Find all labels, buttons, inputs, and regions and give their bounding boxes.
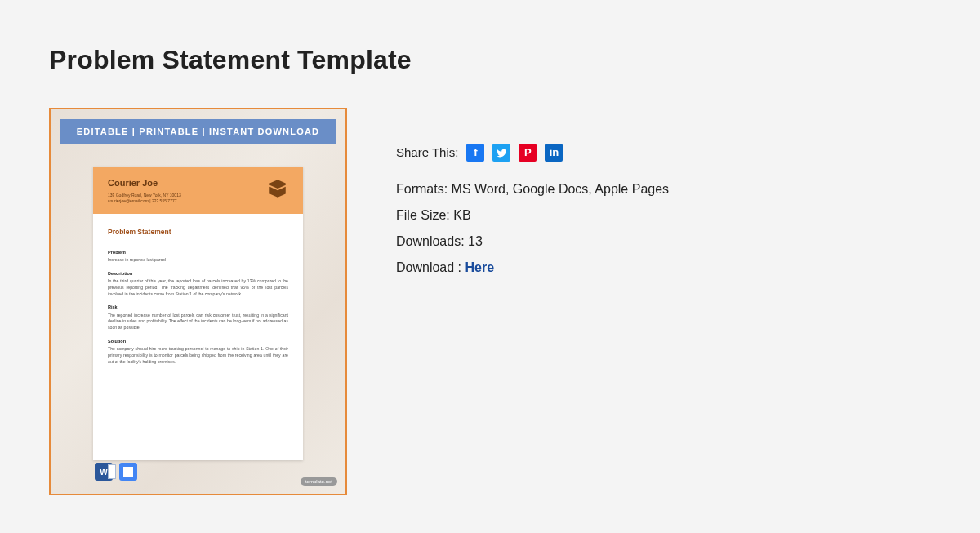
- section-problem-text: Increase in reported lost parcel: [108, 257, 288, 264]
- twitter-icon[interactable]: [492, 144, 510, 162]
- downloads-label: Downloads:: [396, 234, 468, 248]
- section-risk-text: The reported increase number of lost par…: [108, 313, 288, 331]
- filesize-label: File Size:: [396, 208, 453, 222]
- section-problem-label: Problem: [108, 249, 288, 255]
- downloads-value: 13: [468, 234, 483, 248]
- ps-title: Problem Statement: [108, 227, 288, 238]
- download-label: Download :: [396, 260, 466, 274]
- share-row: Share This: f P in: [396, 140, 674, 165]
- facebook-icon[interactable]: f: [466, 144, 484, 162]
- ms-word-icon: W: [95, 463, 113, 481]
- section-solution-text: The company should hire more tracking pe…: [108, 346, 288, 365]
- formats-label: Formats:: [396, 182, 452, 196]
- google-docs-icon: [119, 463, 137, 481]
- formats-value: MS Word, Google Docs, Apple Pages: [452, 182, 670, 196]
- preview-banner: EDITABLE | PRINTABLE | INSTANT DOWNLOAD: [60, 119, 336, 144]
- share-label: Share This:: [396, 140, 458, 165]
- section-description-text: In the third quarter of this year, the r…: [108, 278, 288, 297]
- brand-address: 139 Godfrey Road, New York, NY 10013 cou…: [108, 193, 288, 204]
- sheet-body: Problem Statement Problem Increase in re…: [93, 214, 303, 374]
- meta-filesize: File Size: KB: [396, 202, 674, 229]
- meta-downloads: Downloads: 13: [396, 229, 674, 255]
- template-preview-card[interactable]: EDITABLE | PRINTABLE | INSTANT DOWNLOAD …: [49, 108, 347, 495]
- meta-formats: Formats: MS Word, Google Docs, Apple Pag…: [396, 176, 674, 202]
- meta-download-link-row: Download : Here: [396, 255, 674, 281]
- linkedin-icon[interactable]: in: [545, 144, 563, 162]
- brand-address-line1: 139 Godfrey Road, New York, NY 10013: [108, 193, 288, 198]
- app-format-icons: W: [95, 463, 137, 481]
- content-row: EDITABLE | PRINTABLE | INSTANT DOWNLOAD …: [0, 75, 980, 495]
- meta-panel: Share This: f P in Formats: MS Word, Goo…: [396, 108, 674, 495]
- package-box-icon: [267, 178, 288, 199]
- page-title: Problem Statement Template: [0, 0, 980, 75]
- section-solution-label: Solution: [108, 338, 288, 344]
- brand-name: Courier Joe: [108, 178, 288, 188]
- download-here-link[interactable]: Here: [466, 260, 495, 274]
- template-sheet: Courier Joe 139 Godfrey Road, New York, …: [93, 167, 303, 460]
- template-source-tag: template.net: [301, 477, 337, 486]
- section-description-label: Description: [108, 270, 288, 277]
- section-risk-label: Risk: [108, 304, 288, 310]
- filesize-value: KB: [453, 208, 470, 222]
- brand-address-line2: courierjoe@email.com | 222 555 7777: [108, 198, 288, 204]
- sheet-header: Courier Joe 139 Godfrey Road, New York, …: [93, 167, 303, 214]
- pinterest-icon[interactable]: P: [519, 144, 537, 162]
